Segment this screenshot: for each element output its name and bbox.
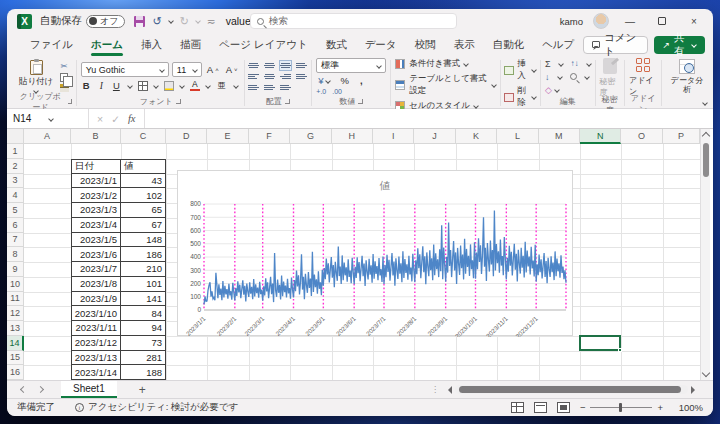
align-merge-icon[interactable] (296, 72, 307, 81)
ribbon-tab-8[interactable]: 表示 (445, 35, 484, 55)
column-header-P[interactable]: P (663, 129, 700, 144)
zoom-slider-thumb[interactable] (619, 403, 622, 412)
decrease-decimal-button[interactable]: .00 (332, 88, 342, 95)
autosum-button[interactable]: Σ (545, 59, 551, 69)
column-header-J[interactable]: J (414, 129, 455, 144)
table-cell[interactable]: 2023/1/6 (71, 247, 121, 262)
align-bottom-icon[interactable] (280, 61, 291, 70)
column-header-A[interactable]: A (24, 129, 71, 144)
zoom-slider[interactable] (590, 407, 652, 408)
table-cell[interactable]: 188 (121, 365, 166, 380)
ribbon-tab-5[interactable]: 数式 (317, 35, 356, 55)
conditional-formatting-button[interactable]: 条件付き書式 (395, 58, 468, 70)
scroll-down-icon[interactable] (702, 369, 710, 377)
format-as-table-button[interactable]: テーブルとして書式設定 (395, 73, 495, 97)
user-name[interactable]: kamo (560, 16, 583, 27)
column-header-G[interactable]: G (290, 129, 331, 144)
table-cell[interactable]: 141 (121, 292, 166, 307)
column-header-F[interactable]: F (249, 129, 290, 144)
table-cell[interactable]: 2023/1/4 (71, 218, 121, 233)
normal-view-button[interactable] (511, 402, 524, 413)
alignment-dialog-launcher[interactable] (285, 99, 290, 104)
prev-sheet-icon[interactable] (20, 386, 27, 393)
maximize-button[interactable] (651, 12, 673, 30)
table-header-cell[interactable]: 日付 (71, 159, 121, 174)
close-button[interactable]: × (683, 12, 705, 30)
formula-input[interactable] (145, 109, 713, 128)
shrink-font-button[interactable]: A˅ (224, 64, 240, 75)
grow-font-button[interactable]: A˄ (205, 64, 221, 75)
row-header-13[interactable]: 13 (7, 321, 24, 336)
zoom-percentage[interactable]: 100% (673, 402, 703, 413)
align-center-icon[interactable] (264, 72, 275, 81)
italic-button[interactable]: I (98, 81, 105, 91)
worksheet-grid[interactable]: ABCDEFGHIJKLMNOP12345678910111213141516日… (7, 129, 713, 380)
table-cell[interactable]: 2023/1/10 (71, 306, 121, 321)
column-header-H[interactable]: H (332, 129, 373, 144)
zoom-out-button[interactable]: − (580, 402, 586, 413)
fill-color-button[interactable] (164, 81, 174, 91)
table-cell[interactable]: 186 (121, 247, 166, 262)
copy-button[interactable] (60, 73, 68, 82)
table-header-cell[interactable]: 値 (121, 159, 166, 174)
share-button[interactable]: ↗共有 (654, 36, 705, 54)
row-header-9[interactable]: 9 (7, 262, 24, 277)
align-left-icon[interactable] (248, 72, 259, 81)
table-cell[interactable]: 2023/1/14 (71, 365, 121, 380)
ribbon-tab-9[interactable]: 自動化 (484, 35, 534, 55)
table-cell[interactable]: 2023/1/8 (71, 277, 121, 292)
row-header-1[interactable]: 1 (7, 144, 24, 159)
search-input[interactable]: 検索 (250, 13, 457, 29)
align-wrap-icon[interactable] (296, 61, 307, 70)
column-header-E[interactable]: E (207, 129, 248, 144)
find-select-button[interactable] (570, 73, 577, 80)
table-cell[interactable]: 148 (121, 233, 166, 248)
ribbon-tab-10[interactable]: ヘルプ (533, 35, 583, 55)
next-sheet-icon[interactable] (37, 386, 44, 393)
table-cell[interactable]: 210 (121, 262, 166, 277)
column-header-M[interactable]: M (539, 129, 580, 144)
row-header-8[interactable]: 8 (7, 247, 24, 262)
horizontal-scrollbar[interactable]: ⋮ (431, 384, 699, 395)
customize-qat-icon[interactable]: ≂ (207, 15, 216, 27)
user-avatar[interactable] (593, 13, 609, 29)
column-header-O[interactable]: O (621, 129, 662, 144)
column-header-C[interactable]: C (121, 129, 166, 144)
name-box[interactable]: N14 (7, 109, 89, 128)
row-header-4[interactable]: 4 (7, 188, 24, 203)
chart-object[interactable]: 01002003004005006007008002023/1/12023/2/… (177, 170, 573, 336)
paste-button[interactable]: 貼り付け (16, 60, 56, 93)
row-header-2[interactable]: 2 (7, 159, 24, 174)
ribbon-tab-6[interactable]: データ (356, 35, 406, 55)
sheet-tab-sheet1[interactable]: Sheet1 (61, 381, 117, 398)
table-cell[interactable]: 101 (121, 277, 166, 292)
underline-button[interactable]: U (111, 80, 122, 91)
row-header-11[interactable]: 11 (7, 292, 24, 307)
add-sheet-button[interactable]: + (139, 383, 146, 397)
page-break-view-button[interactable] (557, 402, 570, 413)
currency-format-button[interactable]: ¥ (316, 75, 331, 86)
table-cell[interactable]: 102 (121, 188, 166, 203)
undo-icon[interactable]: ↺ (152, 15, 161, 28)
comma-format-button[interactable]: , (358, 75, 365, 86)
clear-button[interactable]: ◇ (545, 85, 552, 95)
table-cell[interactable]: 2023/1/5 (71, 233, 121, 248)
table-cell[interactable]: 2023/1/3 (71, 203, 121, 218)
table-cell[interactable]: 2023/1/2 (71, 188, 121, 203)
scroll-up-icon[interactable] (702, 132, 710, 140)
align-top-icon[interactable] (248, 61, 259, 70)
table-cell[interactable]: 281 (121, 351, 166, 366)
row-header-5[interactable]: 5 (7, 203, 24, 218)
column-header-B[interactable]: B (71, 129, 121, 144)
font-size-select[interactable]: 11 (172, 62, 202, 77)
autosave-toggle[interactable]: 自動保存 オフ (40, 14, 125, 28)
column-header-K[interactable]: K (456, 129, 497, 144)
table-cell[interactable]: 2023/1/7 (71, 262, 121, 277)
table-cell[interactable]: 2023/1/12 (71, 336, 121, 351)
vertical-scrollbar[interactable] (700, 129, 710, 380)
borders-button[interactable] (138, 81, 148, 91)
font-dialog-launcher[interactable] (176, 99, 181, 104)
comments-button[interactable]: コメント (583, 36, 647, 54)
ribbon-tab-2[interactable]: 挿入 (132, 35, 171, 55)
undo-chevron-icon[interactable] (168, 18, 174, 24)
